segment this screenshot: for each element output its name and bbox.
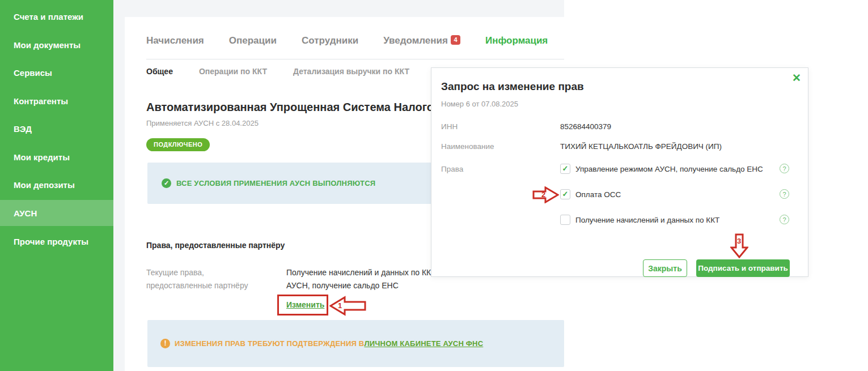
sidebar-item-label: Мои кредиты: [14, 152, 70, 162]
sidebar-item-counterparties[interactable]: Контрагенты: [0, 88, 113, 114]
warning-text: ИЗМЕНЕНИЯ ПРАВ ТРЕБУЮТ ПОДТВЕРЖДЕНИЯ В: [175, 339, 364, 348]
sidebar-item-documents[interactable]: Мои документы: [0, 32, 113, 58]
page-background-band: [113, 0, 564, 17]
checkbox-ausn-mode-label: Управление режимом АУСН, получение сальд…: [575, 165, 763, 173]
warning-info-box: ! ИЗМЕНЕНИЯ ПРАВ ТРЕБУЮТ ПОДТВЕРЖДЕНИЯ В…: [147, 320, 564, 367]
exclamation-icon: !: [160, 339, 170, 348]
change-rights-modal: ✕ Запрос на изменение прав Номер 6 от 07…: [431, 67, 808, 277]
tab-employees[interactable]: Сотрудники: [302, 35, 358, 46]
sidebar-item-label: Мои депозиты: [14, 180, 75, 190]
sidebar-item-label: Сервисы: [14, 68, 52, 78]
checkbox-oss-payment[interactable]: ✓: [560, 189, 570, 199]
app-window: Счета и платежи Мои документы Сервисы Ко…: [0, 0, 868, 371]
tab-accruals[interactable]: Начисления: [146, 35, 204, 46]
sidebar-item-label: Контрагенты: [14, 96, 68, 106]
current-rights-value-line1: Получение начислений и данных по КК: [286, 266, 434, 279]
status-badge: ПОДКЛЮЧЕНО: [146, 138, 210, 151]
notifications-count-badge: 4: [451, 35, 460, 45]
conditions-note: ВСЕ УСЛОВИЯ ПРИМЕНЕНИЯ АУСН ВЫПОЛНЯЮТСЯ: [176, 179, 375, 187]
close-button[interactable]: Закрыть: [643, 259, 687, 277]
annotation-number-2: 2: [541, 190, 545, 199]
sidebar-item-label: Счета и платежи: [14, 12, 83, 22]
help-icon[interactable]: ?: [780, 215, 789, 224]
sidebar-item-deposits[interactable]: Мои депозиты: [0, 172, 113, 198]
tab-notifications-label: Уведомления: [383, 35, 448, 46]
tab-information[interactable]: Информация: [485, 35, 548, 46]
fns-cabinet-link[interactable]: ЛИЧНОМ КАБИНЕТЕ АУСН ФНС: [364, 339, 483, 348]
checkbox-oss-payment-label: Оплата ОСС: [575, 190, 621, 199]
sidebar-item-label: Мои документы: [14, 40, 81, 50]
help-icon[interactable]: ?: [780, 189, 789, 199]
rights-heading: Права, предоставленные партнёру: [146, 241, 285, 250]
sidebar: Счета и платежи Мои документы Сервисы Ко…: [0, 0, 113, 371]
name-label: Наименование: [441, 142, 494, 151]
sidebar-item-label: Прочие продукты: [14, 237, 88, 246]
tab-operations[interactable]: Операции: [229, 35, 277, 46]
checkbox-kkt-data[interactable]: ✓: [560, 215, 570, 225]
sign-and-send-button[interactable]: Подписать и отправить: [696, 259, 790, 277]
modal-title: Запрос на изменение прав: [441, 80, 584, 93]
sidebar-item-label: АУСН: [14, 208, 37, 218]
tab-notifications[interactable]: Уведомления4: [383, 35, 460, 46]
inn-label: ИНН: [441, 122, 458, 131]
sidebar-item-credits[interactable]: Мои кредиты: [0, 144, 113, 170]
sidebar-item-label: ВЭД: [14, 124, 32, 134]
subtab-general[interactable]: Общее: [146, 67, 173, 76]
current-rights-value-line2: АУСН, получение сальдо ЕНС: [286, 279, 434, 292]
sub-tabs: Общее Операции по ККТ Детализация выручк…: [146, 67, 409, 76]
current-rights-value: Получение начислений и данных по КК АУСН…: [286, 266, 434, 292]
sidebar-item-other-products[interactable]: Прочие продукты: [0, 228, 113, 254]
current-rights-label: Текущие права, предоставленные партнёру: [146, 266, 271, 292]
sidebar-gutter: [113, 0, 125, 371]
rights-label: Права: [441, 165, 463, 173]
sidebar-item-ausn[interactable]: АУСН: [0, 200, 113, 226]
subtab-kkt-revenue[interactable]: Детализация выручки по ККТ: [293, 67, 409, 76]
annotation-number-3: 3: [737, 237, 741, 245]
sidebar-item-accounts[interactable]: Счета и платежи: [0, 3, 113, 29]
check-circle-icon: ✓: [162, 178, 171, 188]
annotation-number-1: 1: [338, 301, 342, 310]
annotation-arrow-left-step1: [329, 296, 367, 316]
page-subtitle: Применяется АУСН с 28.04.2025: [146, 119, 259, 127]
name-value: ТИХИЙ КЕТЦАЛЬКОАТЛЬ ФРЕЙДОВИЧ (ИП): [560, 142, 722, 151]
inn-value: 852684400379: [560, 122, 611, 131]
modal-subtitle: Номер 6 от 07.08.2025: [441, 100, 518, 108]
help-icon[interactable]: ?: [780, 164, 789, 173]
sidebar-item-ved[interactable]: ВЭД: [0, 116, 113, 142]
close-icon[interactable]: ✕: [792, 73, 801, 83]
checkbox-ausn-mode[interactable]: ✓: [560, 164, 570, 174]
main-tabs: Начисления Операции Сотрудники Уведомлен…: [146, 35, 548, 46]
sidebar-item-services[interactable]: Сервисы: [0, 59, 113, 86]
page-title: Автоматизированная Упрощенная Система На…: [146, 101, 433, 114]
tabs-separator: [146, 59, 564, 59]
subtab-kkt-operations[interactable]: Операции по ККТ: [199, 67, 267, 76]
checkbox-kkt-data-label: Получение начислений и данных по ККТ: [575, 216, 719, 224]
annotation-rect-step1: [277, 295, 328, 315]
